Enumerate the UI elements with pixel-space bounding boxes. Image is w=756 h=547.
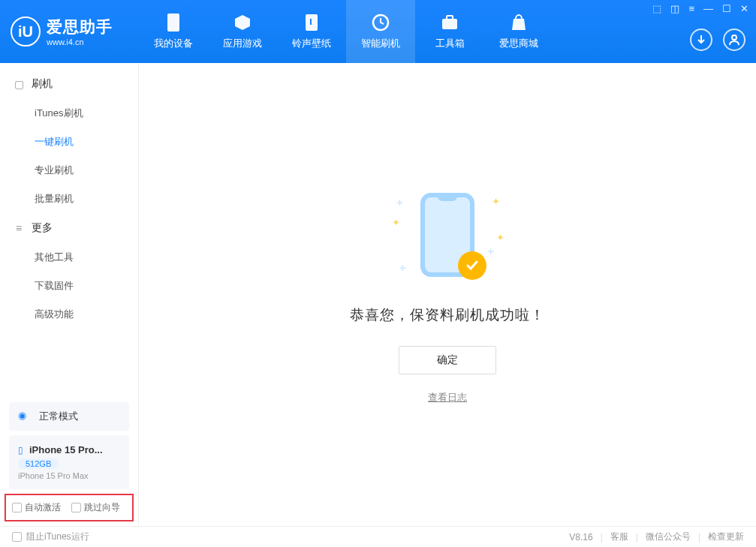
nav-store[interactable]: 爱思商城	[484, 0, 553, 63]
menu-icon[interactable]: ≡	[688, 3, 694, 14]
download-icon[interactable]	[690, 29, 712, 51]
window-btn-2[interactable]: ◫	[670, 3, 679, 14]
status-icon: ◉	[18, 410, 32, 423]
sidebar-item-batch-flash[interactable]: 批量刷机	[0, 185, 138, 213]
nav-label: 爱思商城	[499, 37, 538, 50]
close-icon[interactable]: ✕	[740, 3, 748, 14]
svg-point-5	[732, 35, 736, 40]
checkbox-skip-guide[interactable]: 跳过向导	[71, 501, 120, 514]
nav-apps[interactable]: 应用游戏	[208, 0, 277, 63]
nav-label: 智能刷机	[361, 37, 400, 50]
main-content: +++ ✦✦✦ 恭喜您，保资料刷机成功啦！ 确定 查看日志	[139, 63, 756, 526]
view-log-link[interactable]: 查看日志	[428, 391, 467, 404]
sidebar-options-highlighted: 自动激活 跳过向导	[5, 494, 134, 521]
music-icon	[302, 13, 321, 32]
sidebar-item-pro-flash[interactable]: 专业刷机	[0, 156, 138, 185]
sidebar-item-other-tools[interactable]: 其他工具	[0, 243, 138, 272]
minimize-icon[interactable]: —	[703, 3, 713, 14]
nav-toolbox[interactable]: 工具箱	[415, 0, 484, 63]
nav-flash[interactable]: 智能刷机	[346, 0, 415, 63]
app-url: www.i4.cn	[47, 38, 113, 47]
device-name: iPhone 15 Pro...	[29, 444, 103, 455]
logo-icon: iU	[11, 17, 41, 47]
success-message: 恭喜您，保资料刷机成功啦！	[350, 305, 545, 325]
svg-rect-3	[442, 19, 457, 29]
device-model: iPhone 15 Pro Max	[18, 471, 120, 480]
device-icon: ▢	[14, 79, 24, 89]
logo-area[interactable]: iU 爱思助手 www.i4.cn	[0, 17, 139, 47]
checkbox-icon	[12, 532, 22, 542]
checkbox-label: 自动激活	[25, 501, 61, 514]
sidebar: ▢ 刷机 iTunes刷机 一键刷机 专业刷机 批量刷机 ≡ 更多 其他工具 下…	[0, 63, 139, 526]
sidebar-item-advanced[interactable]: 高级功能	[0, 300, 138, 329]
app-header: iU 爱思助手 www.i4.cn 我的设备 应用游戏 铃声壁纸 智能刷机 工具…	[0, 0, 756, 63]
menu-lines-icon: ≡	[14, 223, 24, 233]
checkbox-auto-activate[interactable]: 自动激活	[12, 501, 61, 514]
device-card[interactable]: ▯ iPhone 15 Pro... 512GB iPhone 15 Pro M…	[9, 435, 129, 489]
main-nav: 我的设备 应用游戏 铃声壁纸 智能刷机 工具箱 爱思商城	[139, 0, 553, 63]
check-update-link[interactable]: 检查更新	[708, 530, 744, 543]
nav-label: 应用游戏	[223, 37, 262, 50]
window-controls: ⬚ ◫ ≡ — ☐ ✕	[645, 0, 756, 17]
phone-icon	[164, 13, 183, 32]
sidebar-item-download-fw[interactable]: 下载固件	[0, 272, 138, 300]
cube-icon	[233, 13, 252, 32]
maximize-icon[interactable]: ☐	[722, 3, 731, 14]
briefcase-icon	[440, 13, 459, 32]
bag-icon	[509, 13, 529, 32]
success-illustration: +++ ✦✦✦	[387, 185, 508, 283]
nav-my-device[interactable]: 我的设备	[139, 0, 208, 63]
nav-ringtone[interactable]: 铃声壁纸	[277, 0, 346, 63]
sidebar-item-oneclick-flash[interactable]: 一键刷机	[0, 128, 138, 156]
group-label: 刷机	[32, 77, 53, 91]
checkbox-icon	[71, 503, 81, 512]
sidebar-group-flash[interactable]: ▢ 刷机	[0, 69, 138, 99]
window-btn-1[interactable]: ⬚	[652, 3, 661, 14]
svg-rect-0	[167, 14, 179, 32]
storage-badge: 512GB	[18, 458, 59, 469]
nav-label: 我的设备	[154, 37, 193, 50]
group-label: 更多	[32, 221, 53, 235]
version-label: V8.16	[569, 532, 592, 542]
refresh-icon	[371, 13, 390, 32]
status-bar: 阻止iTunes运行 V8.16 | 客服 | 微信公众号 | 检查更新	[0, 526, 756, 547]
nav-label: 工具箱	[435, 37, 465, 50]
app-name: 爱思助手	[47, 17, 113, 38]
checkbox-icon	[12, 503, 22, 512]
checkbox-label: 跳过向导	[84, 501, 120, 514]
checkbox-block-itunes[interactable]: 阻止iTunes运行	[12, 530, 89, 543]
nav-label: 铃声壁纸	[292, 37, 331, 50]
user-icon[interactable]	[723, 29, 745, 51]
sidebar-item-itunes-flash[interactable]: iTunes刷机	[0, 99, 138, 128]
phone-small-icon: ▯	[18, 445, 23, 455]
status-label: 正常模式	[39, 410, 78, 423]
svg-rect-4	[447, 16, 453, 20]
ok-button[interactable]: 确定	[399, 346, 496, 374]
check-badge-icon	[458, 251, 486, 280]
wechat-link[interactable]: 微信公众号	[646, 530, 691, 543]
device-status[interactable]: ◉ 正常模式	[9, 402, 129, 431]
sidebar-group-more[interactable]: ≡ 更多	[0, 213, 138, 243]
support-link[interactable]: 客服	[610, 530, 628, 543]
checkbox-label: 阻止iTunes运行	[26, 530, 89, 543]
